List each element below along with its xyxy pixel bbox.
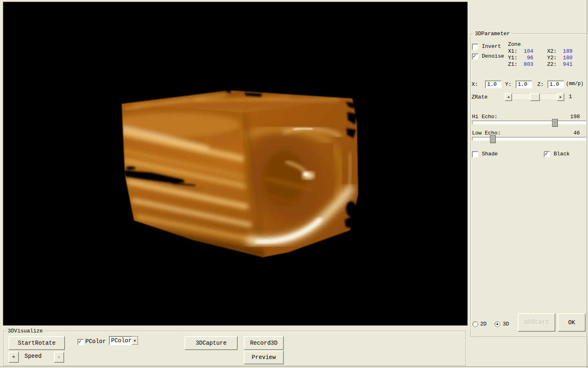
scale-y-label: Y: (505, 81, 512, 88)
hi-echo-slider-thumb[interactable] (552, 119, 558, 127)
start3d-button[interactable]: 3DStart (518, 313, 555, 332)
dropdown-arrow-icon[interactable]: ▼ (131, 337, 138, 345)
denoise-label: Denoise (482, 53, 504, 59)
zrate-right-arrow-icon[interactable]: ► (557, 93, 564, 101)
pcolor-dropdown[interactable]: PColor ▼ (109, 336, 138, 345)
visualize-groupbox-title: 3DVisualize (6, 328, 45, 334)
speed-label: Speed (24, 353, 42, 359)
zrate-left-arrow-icon[interactable]: ◄ (505, 93, 512, 101)
app-window: 3DParameter Invert Denoise Zone X1: 104 … (0, 0, 588, 368)
low-echo-slider-thumb[interactable] (490, 135, 496, 143)
scale-x-input[interactable] (485, 81, 501, 88)
speed-plus-button[interactable]: + (9, 352, 19, 363)
low-echo-label: Low Echo: (472, 130, 501, 136)
mode-3d-radio[interactable] (494, 321, 500, 327)
low-echo-slider-track[interactable] (472, 137, 586, 141)
zone-z2-value: 941 (559, 61, 572, 67)
ok-button[interactable]: OK (558, 313, 586, 332)
zrate-thumb[interactable] (530, 93, 540, 101)
zone-x1-label: X1: (508, 48, 517, 54)
zone-x1-value: 104 (519, 48, 533, 54)
zone-title: Zone (508, 41, 521, 47)
low-echo-value: 46 (562, 130, 580, 136)
zrate-value: 1 (569, 94, 572, 100)
scale-y-input[interactable] (516, 81, 532, 88)
render-viewport[interactable] (3, 2, 468, 325)
zrate-label: ZRate (472, 94, 488, 100)
denoise-checkbox[interactable] (472, 54, 478, 60)
mode-2d-label: 2D (480, 321, 487, 327)
zrate-track[interactable] (512, 93, 557, 100)
zone-y2-label: Y2: (547, 55, 557, 61)
volume-render (3, 2, 468, 325)
zone-x2-value: 189 (559, 48, 572, 54)
param-groupbox: 3DParameter (470, 34, 587, 337)
invert-label: Invert (482, 43, 501, 49)
mode-2d-radio[interactable] (472, 321, 478, 327)
zone-y2-value: 180 (559, 55, 572, 61)
scale-z-label: Z: (537, 81, 544, 88)
scale-x-label: X: (472, 81, 478, 88)
pcolor-checkbox[interactable] (78, 339, 84, 345)
window-right-border (587, 0, 587, 368)
black-label: Black (554, 151, 570, 157)
speed-minus-button[interactable]: - (54, 352, 64, 363)
zone-x2-label: X2: (547, 48, 557, 54)
hi-echo-label: Hi Echo: (472, 114, 497, 120)
zrate-scrollbar[interactable]: ◄ ► (505, 93, 564, 100)
scale-z-input[interactable] (548, 81, 564, 88)
pcolor-dropdown-value: PColor (109, 337, 131, 344)
record3d-button[interactable]: Record3D (244, 336, 284, 350)
hi-echo-slider-track[interactable] (472, 121, 586, 124)
pcolor-label: PColor (85, 339, 106, 345)
shade-checkbox[interactable] (472, 151, 478, 157)
zone-z1-value: 803 (519, 61, 533, 67)
start-rotate-button[interactable]: StartRotate (9, 336, 65, 350)
scale-unit-label: (mm/p) (566, 81, 584, 87)
window-bottom-border (0, 366, 588, 367)
invert-checkbox[interactable] (472, 44, 478, 50)
zone-y1-value: 96 (519, 55, 533, 61)
zone-y1-label: Y1: (508, 55, 517, 61)
shade-label: Shade (482, 151, 498, 157)
param-groupbox-title: 3DParameter (473, 31, 512, 37)
preview-button[interactable]: Preview (244, 350, 284, 364)
hi-echo-value: 198 (562, 114, 580, 120)
mode-3d-label: 3D (503, 321, 509, 327)
black-checkbox[interactable] (544, 151, 550, 157)
capture3d-button[interactable]: 3DCapture (185, 336, 238, 350)
zone-z2-label: Z2: (547, 61, 557, 67)
zone-z1-label: Z1: (508, 61, 517, 67)
